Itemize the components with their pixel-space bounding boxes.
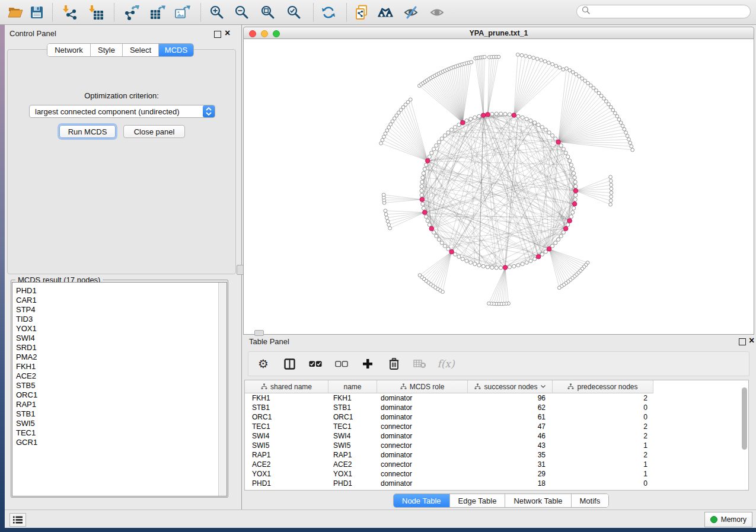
network-node[interactable] [382, 193, 385, 197]
close-panel-icon[interactable]: × [749, 337, 754, 344]
network-node[interactable] [551, 134, 554, 137]
network-node[interactable] [562, 230, 565, 234]
network-node[interactable] [624, 131, 628, 134]
network-node[interactable] [481, 264, 485, 268]
column-header-mcds-role[interactable]: MCDS role [377, 380, 468, 393]
network-node[interactable] [387, 223, 391, 227]
search-input[interactable] [594, 7, 750, 17]
tab-network-table[interactable]: Network Table [505, 494, 571, 507]
network-node[interactable] [597, 91, 601, 95]
network-node[interactable] [465, 119, 468, 123]
status-list-button[interactable] [9, 513, 26, 527]
network-node[interactable] [558, 66, 562, 69]
network-node[interactable] [547, 131, 551, 134]
network-node[interactable] [540, 59, 543, 62]
column-header-successor-nodes[interactable]: successor nodes [468, 380, 553, 393]
network-node[interactable] [495, 266, 498, 270]
mcds-result-item[interactable]: RAP1 [12, 400, 218, 409]
network-node[interactable] [379, 142, 383, 145]
network-graph[interactable] [244, 39, 754, 334]
network-node[interactable] [432, 148, 436, 151]
network-node[interactable] [384, 209, 387, 213]
network-node[interactable] [521, 262, 524, 266]
network-node[interactable] [533, 121, 537, 124]
run-mcds-button[interactable]: Run MCDS [59, 125, 116, 138]
tab-node-table[interactable]: Node Table [394, 494, 450, 507]
zoom-selected-icon[interactable] [286, 4, 302, 21]
network-node[interactable] [574, 193, 578, 197]
network-node[interactable] [610, 187, 613, 191]
network-node[interactable] [554, 241, 557, 245]
network-node[interactable] [610, 191, 613, 194]
network-node[interactable] [470, 60, 473, 64]
tab-motifs[interactable]: Motifs [572, 494, 609, 507]
network-node[interactable] [486, 265, 489, 269]
network-node[interactable] [544, 250, 547, 254]
tab-edge-table[interactable]: Edge Table [450, 494, 506, 507]
network-node[interactable] [569, 215, 573, 219]
memory-button[interactable]: Memory [704, 512, 752, 527]
network-node[interactable] [537, 123, 540, 127]
zoom-fit-icon[interactable] [260, 4, 276, 21]
network-node[interactable] [440, 137, 444, 140]
mcds-result-item[interactable]: SRD1 [12, 343, 218, 352]
deselect-all-icon[interactable] [335, 357, 348, 370]
network-node[interactable] [454, 252, 457, 256]
import-table-icon[interactable] [88, 4, 104, 21]
network-node[interactable] [566, 155, 570, 159]
network-mcds-node[interactable] [567, 219, 572, 223]
show-all-icon[interactable] [429, 4, 446, 21]
network-node[interactable] [440, 241, 444, 245]
network-node[interactable] [384, 213, 388, 216]
network-node[interactable] [592, 86, 595, 90]
network-mcds-node[interactable] [536, 255, 541, 259]
mcds-list-scrollbar[interactable] [218, 283, 227, 496]
network-node[interactable] [629, 141, 632, 145]
network-mcds-node[interactable] [563, 226, 568, 231]
network-node[interactable] [595, 89, 598, 92]
network-node[interactable] [566, 223, 570, 226]
mcds-result-item[interactable]: SWI4 [12, 334, 218, 343]
save-icon[interactable] [28, 4, 45, 21]
network-node[interactable] [557, 286, 561, 290]
network-node[interactable] [575, 72, 578, 76]
mcds-result-item[interactable]: CAR1 [12, 296, 218, 305]
network-node[interactable] [630, 145, 633, 148]
network-node[interactable] [525, 261, 528, 264]
table-row[interactable]: FKH1FKH1dominator962 [245, 393, 748, 403]
float-window-icon[interactable] [214, 31, 221, 38]
network-node[interactable] [609, 175, 613, 179]
network-node[interactable] [614, 111, 617, 115]
network-node[interactable] [461, 257, 464, 261]
network-node[interactable] [571, 211, 575, 214]
network-node[interactable] [623, 127, 626, 131]
network-node[interactable] [516, 114, 520, 118]
table-row[interactable]: PHD1PHD1dominator180 [245, 479, 748, 488]
network-mcds-node[interactable] [461, 120, 465, 125]
network-mcds-node[interactable] [573, 188, 578, 193]
network-node[interactable] [573, 180, 577, 184]
network-node[interactable] [520, 53, 524, 57]
network-node[interactable] [499, 112, 503, 116]
network-node[interactable] [446, 131, 450, 134]
network-node[interactable] [631, 148, 634, 152]
duplicate-network-icon[interactable] [353, 4, 370, 21]
add-column-icon[interactable] [361, 357, 374, 370]
network-mcds-node[interactable] [512, 113, 516, 118]
settings-gear-icon[interactable]: ⚙ [257, 357, 270, 370]
network-node[interactable] [583, 79, 587, 82]
network-node[interactable] [420, 180, 424, 184]
network-node[interactable] [554, 137, 557, 140]
network-mcds-node[interactable] [429, 226, 434, 231]
network-node[interactable] [609, 199, 613, 203]
column-chooser-icon[interactable] [283, 357, 296, 370]
mcds-result-item[interactable]: YOX1 [12, 324, 218, 334]
network-node[interactable] [384, 132, 387, 136]
network-node[interactable] [568, 159, 572, 162]
network-node[interactable] [457, 123, 461, 127]
network-node[interactable] [544, 128, 547, 132]
network-node[interactable] [524, 55, 528, 58]
mcds-result-item[interactable]: TID3 [12, 315, 218, 324]
network-mcds-node[interactable] [486, 113, 490, 117]
mcds-result-item[interactable]: ACE2 [12, 371, 218, 381]
